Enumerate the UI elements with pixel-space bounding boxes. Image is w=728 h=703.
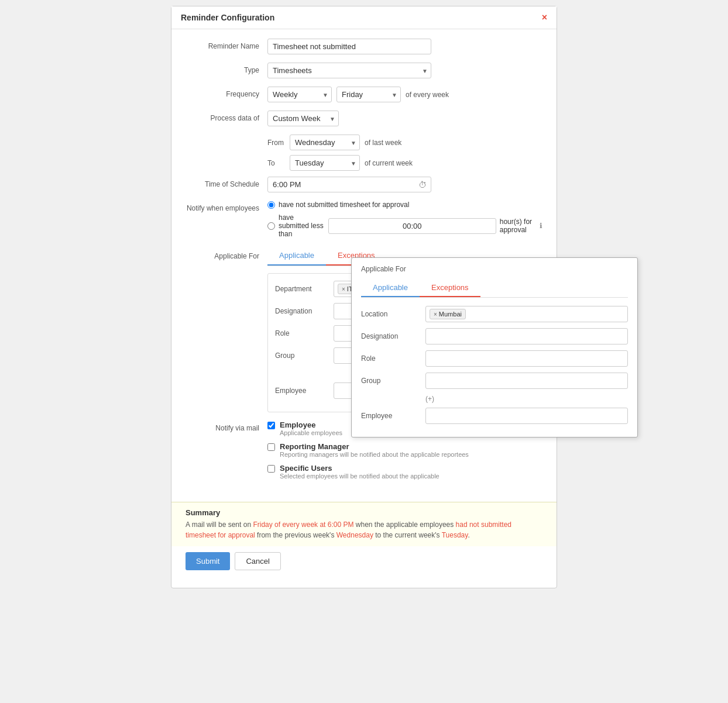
of-every-week-text: of every week [406,91,449,99]
notify-label: Notify when employees [186,201,267,212]
overlay-tab-exceptions[interactable]: Exceptions [420,279,480,297]
from-to-section: From Monday Tuesday Wednesday Thursday F… [267,135,542,171]
time-row: Time of Schedule ⏱ [186,177,542,192]
overlay-designation-label: Designation [361,332,425,340]
mail-specific-sub-label: Selected employees will be notified abou… [280,473,439,480]
summary-highlight-3: Wednesday [336,531,373,539]
close-icon[interactable]: × [542,12,547,23]
overlay-applicable-for-label: Applicable For [361,265,628,273]
overlay-location-tag-label: Mumbai [439,311,462,318]
to-label: To [267,159,285,167]
notify-mail-label: Notify via mail [186,421,267,432]
time-control: ⏱ [267,177,542,192]
overlay-location-label: Location [361,310,425,318]
overlay-group-input[interactable] [425,373,628,389]
type-row: Type Timesheets Leave Attendance ▼ [186,63,542,78]
notify-radio-2[interactable] [267,222,275,230]
overlay-location-row: Location × Mumbai [361,306,628,322]
overlay-group-row: Group [361,373,628,389]
overlay-tab-applicable[interactable]: Applicable [361,279,420,297]
modal-footer: Submit Cancel [171,546,557,576]
overlay-designation-row: Designation [361,328,628,344]
overlay-employee-input[interactable] [425,408,628,424]
dept-field-label: Department [275,285,334,293]
frequency-control: Weekly Daily Monthly ▼ Monday Tuesday We… [267,87,542,102]
type-select-wrapper: Timesheets Leave Attendance ▼ [267,63,431,78]
notify-radio-1[interactable] [267,201,275,209]
summary-highlight-1: Friday of every week at 6:00 PM [253,521,353,529]
modal-header: Reminder Configuration × [171,6,557,29]
frequency-inputs: Weekly Daily Monthly ▼ Monday Tuesday We… [267,87,542,102]
mail-manager-row: Reporting Manager Reporting managers wil… [267,442,542,458]
summary-section: Summary A mail will be sent on Friday of… [171,502,557,546]
mail-specific-row: Specific Users Selected employees will b… [267,464,542,480]
time-input[interactable] [267,177,431,192]
overlay-role-input[interactable] [425,350,628,367]
day-select[interactable]: Monday Tuesday Wednesday Thursday Friday… [336,87,401,102]
notify-control: have not submitted timesheet for approva… [267,201,542,238]
modal-title: Reminder Configuration [181,13,274,22]
overlay-employee-label: Employee [361,412,425,420]
frequency-label: Frequency [186,87,267,98]
overlay-group-label: Group [361,377,425,385]
type-control: Timesheets Leave Attendance ▼ [267,63,542,78]
cancel-button[interactable]: Cancel [235,552,280,570]
from-label: From [267,139,285,147]
process-data-select[interactable]: Custom Week Current Week Previous Week [267,111,339,126]
frequency-select[interactable]: Weekly Daily Monthly [267,87,332,102]
applicable-for-label: Applicable For [186,246,267,260]
reminder-name-label: Reminder Name [186,39,267,50]
notify-option2-label: have submitted less than [279,213,325,238]
mail-manager-sub-label: Reporting managers will be notified abou… [280,451,469,458]
mail-manager-main-label: Reporting Manager [280,442,469,451]
reminder-name-row: Reminder Name Timesheet not submitted [186,39,542,54]
time-label: Time of Schedule [186,177,267,188]
frequency-select-wrapper: Weekly Daily Monthly ▼ [267,87,332,102]
to-day-select-wrapper: Monday Tuesday Wednesday Thursday Friday… [290,155,360,171]
hours-suffix: hour(s) for approval [500,218,536,234]
tab-applicable[interactable]: Applicable [267,246,326,266]
notify-option1-label: have not submitted timesheet for approva… [279,201,409,209]
overlay-tabs: Applicable Exceptions [361,279,628,298]
desig-field-label: Designation [275,307,334,315]
mail-employee-main-label: Employee [280,421,342,429]
hours-input[interactable] [328,218,496,234]
overlay-location-tag: × Mumbai [430,309,466,319]
clock-icon: ⏱ [418,180,427,189]
mail-employee-label-group: Employee Applicable employees [280,421,342,436]
process-data-select-wrapper: Custom Week Current Week Previous Week ▼ [267,111,339,126]
summary-text: A mail will be sent on Friday of every w… [186,519,542,540]
to-day-select[interactable]: Monday Tuesday Wednesday Thursday Friday… [290,155,360,171]
notify-row: Notify when employees have not submitted… [186,201,542,238]
notify-radio-row-1: have not submitted timesheet for approva… [267,201,542,209]
info-icon: ℹ [540,222,542,230]
dept-tag-remove[interactable]: × [342,286,345,292]
overlay-role-label: Role [361,354,425,363]
emp-field-label: Employee [275,387,334,395]
overlay-location-input[interactable]: × Mumbai [425,306,628,322]
group-field-label: Group [275,352,334,360]
process-data-row: Process data of Custom Week Current Week… [186,111,542,126]
frequency-row: Frequency Weekly Daily Monthly ▼ Monday [186,87,542,102]
from-day-select[interactable]: Monday Tuesday Wednesday Thursday Friday… [290,135,360,150]
mail-specific-checkbox[interactable] [267,465,275,473]
mail-manager-label-group: Reporting Manager Reporting managers wil… [280,442,469,458]
type-select[interactable]: Timesheets Leave Attendance [267,63,431,78]
submit-button[interactable]: Submit [186,552,230,570]
overlay-add-more[interactable]: (+) [425,395,628,403]
process-data-label: Process data of [186,111,267,122]
overlay-location-remove[interactable]: × [434,311,437,318]
reminder-name-input[interactable]: Timesheet not submitted [267,39,431,54]
role-field-label: Role [275,329,334,337]
mail-specific-label-group: Specific Users Selected employees will b… [280,464,439,480]
time-input-wrapper: ⏱ [267,177,431,192]
day-select-wrapper: Monday Tuesday Wednesday Thursday Friday… [336,87,401,102]
mail-manager-checkbox[interactable] [267,443,275,451]
mail-employee-checkbox[interactable] [267,422,275,429]
overlay-role-row: Role [361,350,628,367]
of-current-week-text: of current week [365,159,413,167]
overlay-popup: Applicable For Applicable Exceptions Loc… [351,257,638,437]
overlay-designation-input[interactable] [425,328,628,344]
of-last-week-text: of last week [365,139,401,147]
mail-employee-sub-label: Applicable employees [280,429,342,436]
